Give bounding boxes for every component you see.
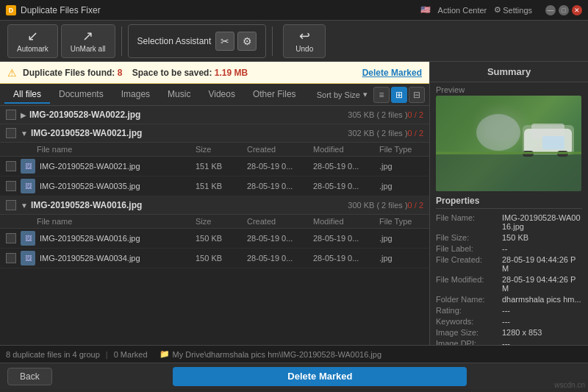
view-icons: ≡ ⊞ ⊟ <box>373 87 425 103</box>
list-view-button[interactable]: ≡ <box>373 87 390 103</box>
app-icon: D <box>6 5 16 15</box>
file-size: 150 KB <box>196 254 247 263</box>
settings-btn[interactable]: ⚙ Settings <box>494 5 532 15</box>
selection-assistant: Selection Assistant ✂ ⚙ <box>128 24 267 58</box>
prop-row-filemodified: File Modified: 28-05-19 04:44:26 PM <box>436 275 582 293</box>
table-row[interactable]: 🖼 IMG-20190528-WA0021.jpg 151 KB 28-05-1… <box>0 157 429 177</box>
prop-value-filesize: 150 KB <box>502 233 582 242</box>
toolbar-divider-2 <box>272 26 273 56</box>
preview-svg <box>436 96 581 191</box>
file-thumb: 🖼 <box>21 159 35 174</box>
prop-label: File Size: <box>436 233 502 242</box>
file-type: .jpg <box>379 254 423 263</box>
summary-title: Summary <box>430 62 588 82</box>
group-checkbox[interactable] <box>6 110 16 120</box>
file-size: 150 KB <box>196 234 247 243</box>
undo-button[interactable]: ↩ Undo <box>283 24 326 58</box>
col-header-type: File Type <box>379 145 423 154</box>
file-name: IMG-20190528-WA0016.jpg <box>40 234 196 243</box>
group-name: IMG-20190528-WA0021.jpg <box>31 128 345 138</box>
prop-label: Rating: <box>436 306 502 315</box>
watermark: wscdn.cn <box>554 381 585 389</box>
table-row[interactable]: 🖼 IMG-20190528-WA0035.jpg 151 KB 28-05-1… <box>0 177 429 196</box>
tab-music[interactable]: Music <box>159 86 199 104</box>
prop-row-filesize: File Size: 150 KB <box>436 233 582 242</box>
tab-videos[interactable]: Videos <box>199 86 243 104</box>
status-path-text: My Drive\dharmshala pics hm\IMG-20190528… <box>173 350 382 359</box>
prop-label: Image Size: <box>436 328 502 337</box>
subfile-table: File name Size Created Modified File Typ… <box>0 215 429 268</box>
detail-view-button[interactable]: ⊞ <box>391 87 407 103</box>
grid-view-button[interactable]: ⊟ <box>409 87 425 103</box>
group-row[interactable]: ▼ IMG-20190528-WA0016.jpg 300 KB ( 2 fil… <box>0 196 429 215</box>
tab-all-files[interactable]: All files <box>4 86 50 104</box>
prop-label: File Name: <box>436 213 502 231</box>
prop-row-keywords: Keywords: --- <box>436 317 582 326</box>
back-button[interactable]: Back <box>7 368 52 385</box>
col-header-name: File name <box>37 217 196 226</box>
file-modified: 28-05-19 0... <box>313 234 379 243</box>
prop-row-rating: Rating: --- <box>436 306 582 315</box>
file-checkbox[interactable] <box>6 161 16 171</box>
chevron-down-icon: ▾ <box>363 90 368 99</box>
unmark-all-button[interactable]: ↗ UnMark all <box>61 24 115 58</box>
status-files-info: 8 duplicate files in 4 group <box>6 350 100 359</box>
status-separator: | <box>106 350 108 359</box>
preview-image <box>436 96 581 191</box>
toolbar: ↙ Automark ↗ UnMark all Selection Assist… <box>0 21 588 62</box>
col-header-modified: Modified <box>313 145 379 154</box>
prop-label: Keywords: <box>436 317 502 326</box>
prop-value-filemodified: 28-05-19 04:44:26 PM <box>502 275 582 293</box>
file-created: 28-05-19 0... <box>247 234 313 243</box>
status-bar: 8 duplicate files in 4 group | 0 Marked … <box>0 345 588 363</box>
table-row[interactable]: 🖼 IMG-20190528-WA0016.jpg 150 KB 28-05-1… <box>0 229 429 249</box>
prop-value-filecreated: 28-05-19 04:44:26 PM <box>502 255 582 273</box>
tab-documents[interactable]: Documents <box>50 86 112 104</box>
group-row[interactable]: ▶ IMG-20190528-WA0022.jpg 305 KB ( 2 fil… <box>0 106 429 124</box>
automark-button[interactable]: ↙ Automark <box>7 24 58 58</box>
prop-value-filelabel: -- <box>502 244 582 253</box>
group-checkbox[interactable] <box>6 200 16 210</box>
tab-images[interactable]: Images <box>112 86 159 104</box>
info-text: Duplicate Files found: 8 Space to be sav… <box>23 68 248 78</box>
sort-by-label: Sort by Size <box>317 90 360 99</box>
group-row[interactable]: ▼ IMG-20190528-WA0021.jpg 302 KB ( 2 fil… <box>0 124 429 143</box>
tab-bar: All files Documents Images Music Videos … <box>0 84 429 106</box>
expand-icon: ▼ <box>21 129 28 138</box>
prop-row-foldername: Folder Name: dharmshala pics hm... <box>436 295 582 304</box>
file-checkbox[interactable] <box>6 233 16 243</box>
col-header-created: Created <box>247 217 313 226</box>
selection-assistant-label: Selection Assistant <box>137 36 212 46</box>
col-header-size: Size <box>196 145 247 154</box>
prop-label: File Created: <box>436 255 502 273</box>
file-type: .jpg <box>379 182 423 190</box>
prop-row-imagesize: Image Size: 1280 x 853 <box>436 328 582 337</box>
group-checkbox[interactable] <box>6 128 16 138</box>
file-created: 28-05-19 0... <box>247 254 313 263</box>
sa-scissors-button[interactable]: ✂ <box>215 32 234 51</box>
prop-value-rating: --- <box>502 306 582 315</box>
table-row[interactable]: 🖼 IMG-20190528-WA0034.jpg 150 KB 28-05-1… <box>0 249 429 268</box>
sa-wrench-button[interactable]: ⚙ <box>237 32 257 51</box>
file-modified: 28-05-19 0... <box>313 254 379 263</box>
action-center-btn[interactable]: Action Center <box>438 6 487 15</box>
file-size: 151 KB <box>196 182 247 190</box>
tab-other-files[interactable]: Other Files <box>244 86 305 104</box>
group-meta: 305 KB ( 2 files ) <box>348 110 407 119</box>
expand-icon: ▼ <box>21 202 28 210</box>
sort-by-dropdown[interactable]: Sort by Size ▾ <box>317 90 368 99</box>
duplicate-count: 8 <box>118 68 123 78</box>
delete-marked-link[interactable]: Delete Marked <box>362 68 422 78</box>
file-checkbox[interactable] <box>6 253 16 263</box>
svg-point-2 <box>476 114 520 151</box>
app-title: Duplicate Files Fixer <box>21 5 101 15</box>
file-list[interactable]: ▶ IMG-20190528-WA0022.jpg 305 KB ( 2 fil… <box>0 106 429 345</box>
file-created: 28-05-19 0... <box>247 182 313 190</box>
minimize-button[interactable]: — <box>545 5 556 15</box>
maximize-button[interactable]: □ <box>559 5 569 15</box>
file-type: .jpg <box>379 234 423 243</box>
group-count: 0 / 2 <box>408 201 423 210</box>
file-checkbox[interactable] <box>6 181 16 191</box>
close-button[interactable]: ✕ <box>572 5 582 15</box>
delete-marked-button[interactable]: Delete Marked <box>173 367 467 386</box>
